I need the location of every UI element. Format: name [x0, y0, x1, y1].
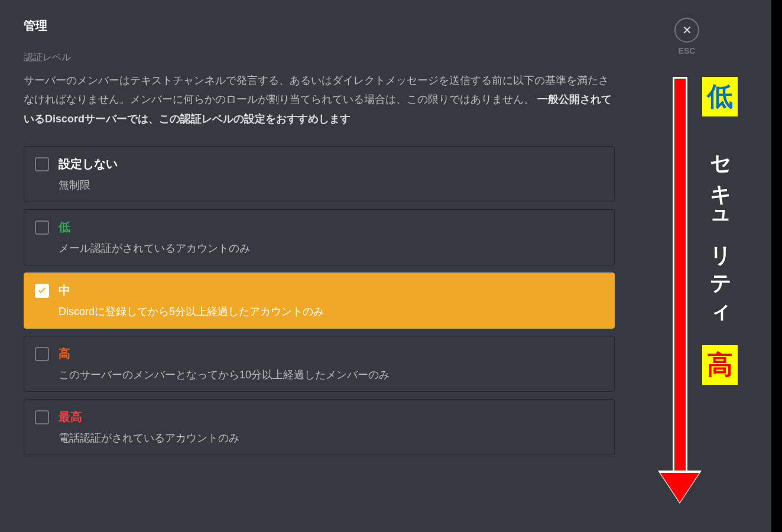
section-label: 認証レベル — [24, 51, 615, 64]
option-title: 最高 — [59, 409, 603, 425]
option-content: 低 メール認証がされているアカウントのみ — [59, 219, 603, 255]
arrow-down-icon — [664, 77, 696, 502]
page-title: 管理 — [24, 18, 615, 34]
option-content: 最高 電話認証がされているアカウントのみ — [59, 409, 603, 445]
option-content: 設定しない 無制限 — [59, 156, 603, 192]
option-none[interactable]: 設定しない 無制限 — [24, 146, 615, 202]
annotation-labels: 低 セキュリティ 高 — [702, 77, 738, 385]
vertical-security-label: セキュリティ — [706, 140, 735, 322]
checkbox-none[interactable] — [35, 157, 49, 171]
option-description: このサーバーのメンバーとなってから10分以上経過したメンバーのみ — [59, 368, 603, 382]
close-button[interactable]: ✕ ESC — [674, 18, 699, 56]
option-title: 高 — [59, 346, 603, 362]
option-description: Discordに登録してから5分以上経過したアカウントのみ — [59, 304, 603, 319]
checkbox-low[interactable] — [35, 220, 49, 235]
option-title: 設定しない — [59, 156, 603, 172]
option-low[interactable]: 低 メール認証がされているアカウントのみ — [24, 209, 615, 265]
option-content: 中 Discordに登録してから5分以上経過したアカウントのみ — [59, 283, 603, 319]
close-circle: ✕ — [674, 18, 699, 43]
verification-option-list: 設定しない 無制限 低 メール認証がされているアカウントのみ 中 — [24, 146, 615, 455]
section-description: サーバーのメンバーはテキストチャンネルで発言する、あるいはダイレクトメッセージを… — [24, 71, 615, 128]
checkmark-icon — [37, 286, 47, 296]
option-high[interactable]: 高 このサーバーのメンバーとなってから10分以上経過したメンバーのみ — [24, 336, 615, 392]
description-text: サーバーのメンバーはテキストチャンネルで発言する、あるいはダイレクトメッセージを… — [24, 74, 609, 105]
close-icon: ✕ — [682, 24, 692, 36]
option-content: 高 このサーバーのメンバーとなってから10分以上経過したメンバーのみ — [59, 346, 603, 382]
esc-label: ESC — [679, 46, 696, 56]
option-medium[interactable]: 中 Discordに登録してから5分以上経過したアカウントのみ — [24, 273, 615, 329]
option-highest[interactable]: 最高 電話認証がされているアカウントのみ — [24, 399, 615, 455]
annotation-panel: 低 セキュリティ 高 — [664, 77, 782, 502]
checkbox-highest[interactable] — [35, 410, 49, 424]
option-description: 無制限 — [59, 178, 603, 192]
badge-high: 高 — [702, 345, 738, 385]
checkbox-high[interactable] — [35, 347, 49, 361]
main-content: 管理 認証レベル サーバーのメンバーはテキストチャンネルで発言する、あるいはダイ… — [0, 0, 638, 532]
option-description: 電話認証がされているアカウントのみ — [59, 431, 603, 445]
option-title: 低 — [59, 219, 603, 235]
option-description: メール認証がされているアカウントのみ — [59, 241, 603, 255]
checkbox-medium[interactable] — [35, 284, 49, 298]
badge-low: 低 — [702, 77, 738, 116]
right-border-strip — [771, 0, 782, 532]
option-title: 中 — [59, 283, 603, 299]
